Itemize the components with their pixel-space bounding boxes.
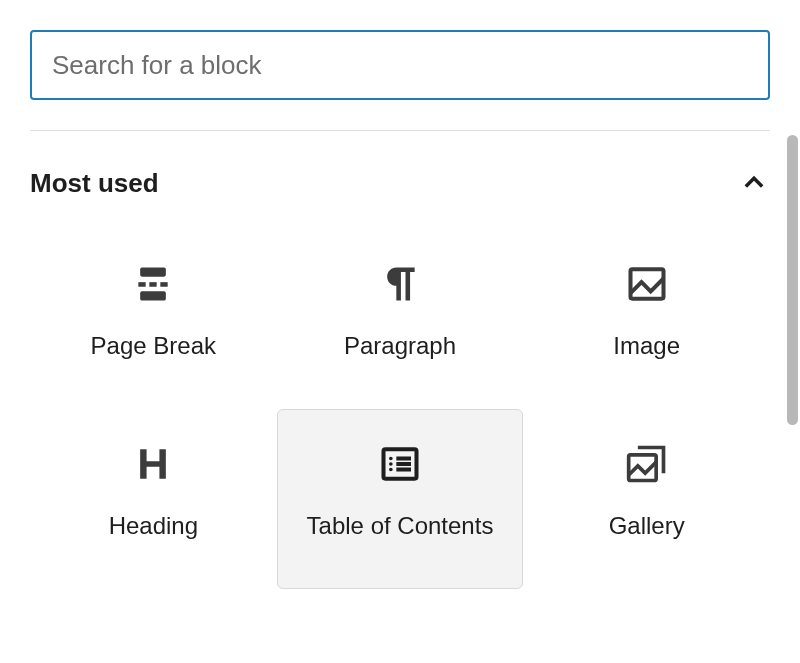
block-label: Table of Contents [307, 510, 494, 542]
table-of-contents-icon [376, 440, 424, 488]
gallery-icon [623, 440, 671, 488]
search-input[interactable] [30, 30, 770, 100]
block-label: Heading [109, 510, 198, 542]
heading-icon [129, 440, 177, 488]
chevron-up-icon [738, 167, 770, 199]
block-label: Paragraph [344, 330, 456, 362]
block-item-table-of-contents[interactable]: Table of Contents [277, 409, 524, 589]
block-item-heading[interactable]: Heading [30, 409, 277, 589]
svg-rect-4 [140, 291, 166, 300]
block-item-gallery[interactable]: Gallery [523, 409, 770, 589]
block-label: Gallery [609, 510, 685, 542]
paragraph-icon [376, 260, 424, 308]
page-break-icon [129, 260, 177, 308]
svg-rect-2 [150, 282, 157, 287]
block-item-page-break[interactable]: Page Break [30, 229, 277, 409]
block-item-image[interactable]: Image [523, 229, 770, 409]
svg-point-8 [389, 462, 393, 466]
scrollbar[interactable] [787, 135, 798, 425]
blocks-grid: Page Break Paragraph Image [30, 229, 770, 609]
block-label: Image [613, 330, 680, 362]
section-title: Most used [30, 168, 159, 199]
svg-point-9 [389, 468, 393, 472]
divider [30, 130, 770, 131]
block-item-paragraph[interactable]: Paragraph [277, 229, 524, 409]
section-header[interactable]: Most used [30, 135, 770, 229]
image-icon [623, 260, 671, 308]
svg-rect-3 [161, 282, 168, 287]
svg-point-7 [389, 457, 393, 461]
svg-rect-1 [139, 282, 146, 287]
block-label: Page Break [91, 330, 216, 362]
svg-rect-0 [140, 268, 166, 277]
